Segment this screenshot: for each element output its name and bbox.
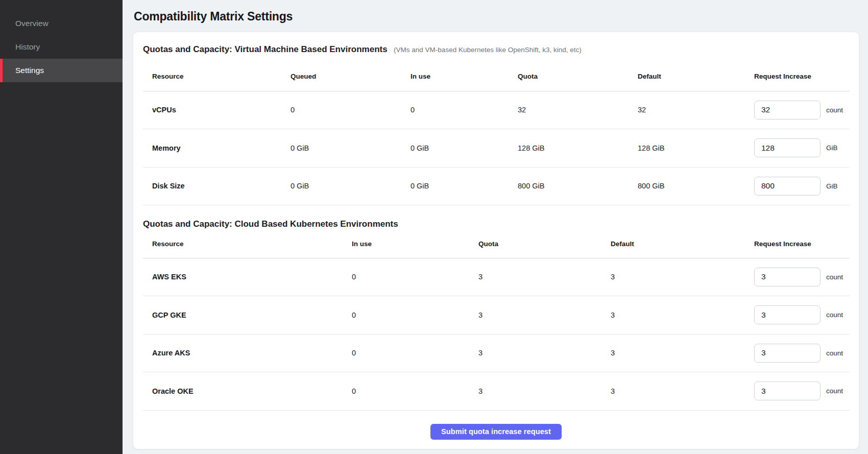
resource-name: Memory bbox=[143, 129, 291, 168]
sidebar: Overview History Settings bbox=[0, 0, 123, 454]
vm-table-header-row: Resource Queued In use Quota Default Req… bbox=[143, 62, 850, 91]
in-use-value: 0 bbox=[352, 296, 478, 334]
settings-card: Quotas and Capacity: Virtual Machine Bas… bbox=[133, 32, 859, 449]
unit-label: GiB bbox=[826, 144, 838, 152]
request-increase-input-memory[interactable] bbox=[754, 138, 821, 157]
page-title: Compatibility Matrix Settings bbox=[134, 10, 868, 23]
request-increase-input-oracle-oke[interactable] bbox=[754, 381, 821, 400]
cloud-table-header-row: Resource In use Quota Default Request In… bbox=[143, 230, 850, 258]
active-item-marker bbox=[0, 59, 3, 82]
quota-value: 32 bbox=[518, 91, 638, 129]
resource-name: vCPUs bbox=[143, 91, 291, 129]
vm-section-title: Quotas and Capacity: Virtual Machine Bas… bbox=[143, 44, 388, 54]
column-header-queued: Queued bbox=[291, 62, 411, 91]
table-row-aws-eks: AWS EKS 0 3 3 count bbox=[143, 258, 850, 296]
actions-row: Submit quota increase request bbox=[143, 424, 849, 440]
column-header-in-use: In use bbox=[411, 62, 518, 91]
cloud-quota-table: Resource In use Quota Default Request In… bbox=[143, 230, 850, 411]
unit-label: count bbox=[826, 273, 843, 281]
sidebar-item-settings[interactable]: Settings bbox=[0, 59, 123, 82]
request-increase-input-azure-aks[interactable] bbox=[754, 344, 821, 363]
unit-label: count bbox=[826, 106, 843, 114]
quota-value: 3 bbox=[478, 258, 611, 296]
quota-value: 800 GiB bbox=[518, 167, 638, 205]
table-row-memory: Memory 0 GiB 0 GiB 128 GiB 128 GiB GiB bbox=[143, 129, 850, 168]
table-row-vcpus: vCPUs 0 0 32 32 count bbox=[143, 91, 850, 129]
queued-value: 0 GiB bbox=[291, 167, 411, 205]
default-value: 3 bbox=[611, 296, 754, 334]
resource-name: AWS EKS bbox=[143, 258, 352, 296]
column-header-request-increase: Request Increase bbox=[754, 62, 850, 91]
column-header-quota: Quota bbox=[478, 230, 611, 258]
submit-quota-button[interactable]: Submit quota increase request bbox=[430, 424, 562, 440]
main-content: Compatibility Matrix Settings Quotas and… bbox=[123, 0, 868, 454]
default-value: 3 bbox=[611, 334, 754, 372]
quota-value: 128 GiB bbox=[518, 129, 638, 168]
in-use-value: 0 bbox=[352, 258, 478, 296]
column-header-resource: Resource bbox=[143, 230, 352, 258]
sidebar-item-label: Overview bbox=[15, 19, 49, 28]
unit-label: count bbox=[826, 349, 843, 357]
column-header-in-use: In use bbox=[352, 230, 478, 258]
quota-value: 3 bbox=[478, 372, 611, 411]
unit-label: count bbox=[826, 311, 843, 319]
resource-name: Oracle OKE bbox=[143, 372, 352, 411]
default-value: 3 bbox=[611, 258, 754, 296]
cloud-section-title: Quotas and Capacity: Cloud Based Kuberne… bbox=[143, 219, 398, 229]
queued-value: 0 GiB bbox=[291, 129, 411, 168]
sidebar-item-label: History bbox=[15, 42, 40, 51]
quota-value: 3 bbox=[478, 296, 611, 334]
queued-value: 0 bbox=[291, 91, 411, 129]
request-increase-input-disk-size[interactable] bbox=[754, 177, 821, 196]
sidebar-nav: Overview History Settings bbox=[0, 0, 123, 82]
column-header-quota: Quota bbox=[518, 62, 638, 91]
default-value: 128 GiB bbox=[638, 129, 754, 168]
table-row-gcp-gke: GCP GKE 0 3 3 count bbox=[143, 296, 850, 334]
unit-label: GiB bbox=[826, 182, 838, 190]
in-use-value: 0 GiB bbox=[411, 167, 518, 205]
column-header-default: Default bbox=[638, 62, 754, 91]
column-header-resource: Resource bbox=[143, 62, 291, 91]
sidebar-item-overview[interactable]: Overview bbox=[0, 12, 123, 35]
request-increase-input-vcpus[interactable] bbox=[754, 101, 821, 120]
request-increase-input-aws-eks[interactable] bbox=[754, 268, 821, 286]
table-row-oracle-oke: Oracle OKE 0 3 3 count bbox=[143, 372, 850, 411]
sidebar-item-label: Settings bbox=[15, 66, 44, 75]
in-use-value: 0 bbox=[352, 334, 478, 372]
default-value: 3 bbox=[611, 372, 754, 411]
in-use-value: 0 bbox=[352, 372, 478, 411]
unit-label: count bbox=[826, 387, 843, 395]
column-header-default: Default bbox=[611, 230, 754, 258]
vm-section-note: (VMs and VM-based Kubernetes like OpenSh… bbox=[394, 46, 582, 54]
quota-value: 3 bbox=[478, 334, 611, 372]
default-value: 800 GiB bbox=[638, 167, 754, 205]
in-use-value: 0 GiB bbox=[411, 129, 518, 168]
app-root: Overview History Settings Compatibility … bbox=[0, 0, 868, 454]
request-increase-input-gcp-gke[interactable] bbox=[754, 305, 821, 324]
vm-section-heading: Quotas and Capacity: Virtual Machine Bas… bbox=[143, 43, 849, 56]
resource-name: GCP GKE bbox=[143, 296, 352, 334]
resource-name: Disk Size bbox=[143, 167, 291, 205]
table-row-disk-size: Disk Size 0 GiB 0 GiB 800 GiB 800 GiB Gi… bbox=[143, 167, 850, 205]
vm-quota-table: Resource Queued In use Quota Default Req… bbox=[143, 62, 850, 205]
table-row-azure-aks: Azure AKS 0 3 3 count bbox=[143, 334, 850, 372]
cloud-section-heading: Quotas and Capacity: Cloud Based Kuberne… bbox=[143, 218, 849, 230]
column-header-request-increase: Request Increase bbox=[754, 230, 850, 258]
sidebar-item-history[interactable]: History bbox=[0, 35, 123, 59]
in-use-value: 0 bbox=[411, 91, 518, 129]
resource-name: Azure AKS bbox=[143, 334, 352, 372]
default-value: 32 bbox=[638, 91, 754, 129]
